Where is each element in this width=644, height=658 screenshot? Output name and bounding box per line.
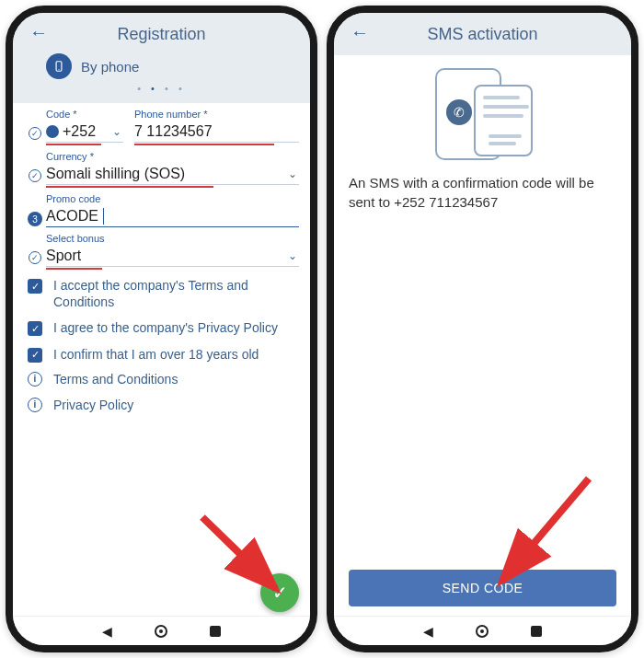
promo-label: Promo code bbox=[46, 193, 299, 204]
phone-value: 7 11234567 bbox=[134, 123, 213, 140]
header: ← Registration By phone • • • • bbox=[13, 13, 310, 103]
page-title: SMS activation bbox=[427, 25, 537, 44]
android-navbar: ◀ bbox=[13, 616, 310, 645]
promo-value: ACODE bbox=[46, 208, 98, 225]
back-icon[interactable]: ← bbox=[29, 22, 48, 43]
terms-text: I accept the company's Terms and Conditi… bbox=[53, 277, 299, 310]
terms-link-text: Terms and Conditions bbox=[53, 372, 178, 387]
promo-input[interactable]: ACODE bbox=[46, 206, 299, 227]
sms-illustration: ✆ bbox=[428, 68, 538, 160]
checkbox-checked-icon[interactable]: ✓ bbox=[28, 321, 42, 336]
by-phone-tab[interactable]: By phone bbox=[46, 53, 301, 79]
currency-label: Currency * bbox=[46, 151, 299, 162]
currency-select[interactable]: Somali shilling (SOS) ⌄ bbox=[46, 164, 299, 185]
header: ← SMS activation bbox=[334, 13, 631, 55]
send-code-label: SEND CODE bbox=[443, 581, 523, 595]
submit-fab[interactable]: ✓ bbox=[260, 573, 299, 612]
country-code-value: +252 bbox=[63, 123, 96, 140]
bonus-label: Select bonus bbox=[46, 233, 299, 244]
nav-home-icon[interactable] bbox=[476, 625, 489, 638]
underline bbox=[46, 186, 213, 188]
nav-back-icon[interactable]: ◀ bbox=[423, 624, 433, 639]
page-dots: • • • • bbox=[22, 83, 301, 98]
underline bbox=[46, 268, 102, 270]
check-icon: ✓ bbox=[272, 582, 288, 604]
nav-recent-icon[interactable] bbox=[210, 626, 221, 637]
age-text: I confirm that I am over 18 years old bbox=[53, 346, 259, 363]
info-icon: i bbox=[28, 398, 42, 412]
code-label: Code * bbox=[46, 109, 123, 120]
chevron-down-icon: ⌄ bbox=[288, 249, 297, 262]
phone-label: Phone number * bbox=[134, 109, 299, 120]
step-check-icon: ✓ bbox=[29, 169, 41, 182]
terms-checkbox-row[interactable]: ✓ I accept the company's Terms and Condi… bbox=[28, 277, 299, 310]
svg-point-1 bbox=[58, 69, 59, 70]
terms-link[interactable]: i Terms and Conditions bbox=[28, 372, 299, 387]
info-icon: i bbox=[28, 372, 42, 387]
step-number-badge: 3 bbox=[28, 212, 42, 226]
privacy-checkbox-row[interactable]: ✓ I agree to the company's Privacy Polic… bbox=[28, 319, 299, 336]
privacy-link[interactable]: i Privacy Policy bbox=[28, 398, 299, 412]
checkbox-checked-icon[interactable]: ✓ bbox=[28, 279, 42, 294]
underline bbox=[134, 144, 274, 145]
send-code-button[interactable]: SEND CODE bbox=[349, 570, 616, 606]
registration-screen: ← Registration By phone • • • • ✓ Code *… bbox=[6, 6, 317, 652]
currency-value: Somali shilling (SOS) bbox=[46, 166, 185, 182]
registration-form: ✓ Code * +252 ⌄ Phone number * 7 1123456… bbox=[13, 103, 310, 616]
age-checkbox-row[interactable]: ✓ I confirm that I am over 18 years old bbox=[28, 346, 299, 363]
by-phone-label: By phone bbox=[81, 59, 139, 75]
step-check-icon: ✓ bbox=[29, 251, 41, 264]
bonus-value: Sport bbox=[46, 248, 81, 264]
page-title: Registration bbox=[117, 25, 205, 44]
text-caret bbox=[103, 208, 104, 225]
privacy-text: I agree to the company's Privacy Policy bbox=[53, 319, 278, 336]
phone-icon bbox=[46, 53, 72, 79]
step-check-icon: ✓ bbox=[29, 127, 41, 140]
nav-back-icon[interactable]: ◀ bbox=[102, 624, 112, 639]
sms-message: An SMS with a confirmation code will be … bbox=[349, 173, 616, 212]
bonus-select[interactable]: Sport ⌄ bbox=[46, 246, 299, 267]
country-code-select[interactable]: +252 ⌄ bbox=[46, 121, 123, 143]
phone-input[interactable]: 7 11234567 bbox=[134, 121, 299, 143]
sms-activation-screen: ← SMS activation ✆ An SMS with a confirm… bbox=[327, 6, 638, 652]
globe-icon bbox=[46, 125, 59, 138]
checkbox-checked-icon[interactable]: ✓ bbox=[28, 348, 42, 363]
chevron-down-icon: ⌄ bbox=[288, 167, 297, 180]
nav-recent-icon[interactable] bbox=[531, 626, 542, 637]
chevron-down-icon: ⌄ bbox=[112, 125, 121, 138]
android-navbar: ◀ bbox=[334, 616, 631, 645]
underline bbox=[46, 144, 101, 145]
nav-home-icon[interactable] bbox=[155, 625, 167, 638]
back-icon[interactable]: ← bbox=[351, 22, 369, 43]
sms-body: ✆ An SMS with a confirmation code will b… bbox=[334, 55, 631, 616]
privacy-link-text: Privacy Policy bbox=[53, 398, 133, 412]
phone-call-icon: ✆ bbox=[446, 99, 472, 125]
